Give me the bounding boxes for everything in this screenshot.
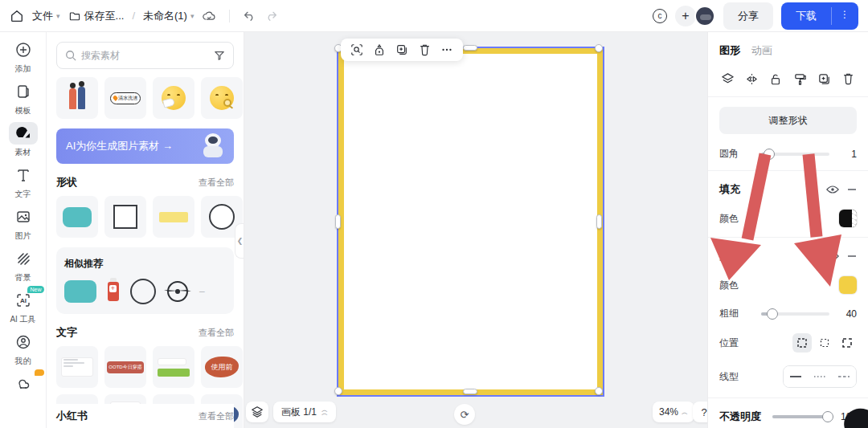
canvas-area[interactable]: 画板 1/1 ︿︿ ⟳ 34% ︿ ? bbox=[244, 32, 707, 428]
find-similar-button[interactable] bbox=[347, 41, 366, 59]
line-style-solid-button[interactable] bbox=[784, 366, 808, 387]
tab-animation[interactable]: 动画 bbox=[751, 43, 772, 58]
template-icon bbox=[15, 84, 31, 100]
handle-top-right[interactable] bbox=[595, 44, 603, 52]
panel-collapse-button[interactable]: ❮ bbox=[235, 223, 244, 259]
medicine-bottle-illustration[interactable] bbox=[108, 282, 119, 301]
duplicate-button[interactable] bbox=[817, 71, 833, 87]
shape-circle-outline[interactable] bbox=[130, 279, 156, 304]
adjust-shape-button[interactable]: 调整形状 bbox=[719, 107, 857, 134]
lock-button[interactable] bbox=[768, 71, 784, 87]
format-paint-button[interactable] bbox=[792, 71, 809, 87]
handle-bottom-center[interactable] bbox=[463, 389, 477, 394]
search-input[interactable] bbox=[81, 50, 209, 61]
asset-thumb-women[interactable] bbox=[56, 77, 98, 119]
layers-button[interactable] bbox=[246, 402, 268, 422]
corner-radius-slider[interactable] bbox=[761, 153, 829, 156]
more-options-button[interactable] bbox=[437, 41, 457, 59]
fill-color-swatch[interactable] bbox=[839, 210, 857, 227]
rotate-icon: ⟳ bbox=[461, 409, 469, 421]
asset-thumb-badge[interactable]: 清水洗洁 bbox=[104, 77, 146, 119]
download-button[interactable]: 下载 ⋮ bbox=[781, 2, 858, 30]
view-all-link[interactable]: 查看全部 bbox=[199, 327, 234, 339]
stroke-weight-slider[interactable] bbox=[761, 312, 829, 316]
rail-item-ai-tools[interactable]: AI New AI 工具 bbox=[9, 289, 38, 325]
opacity-slider[interactable] bbox=[772, 415, 829, 418]
handle-bottom-left[interactable] bbox=[334, 387, 342, 395]
rail-item-mine[interactable]: 我的 bbox=[9, 331, 38, 367]
shape-rounded-rect-teal[interactable] bbox=[56, 196, 98, 238]
view-all-link[interactable]: 查看全部 bbox=[199, 410, 234, 422]
invite-member-button[interactable]: + bbox=[675, 6, 696, 26]
undo-button[interactable] bbox=[243, 10, 256, 22]
rail-item-background[interactable]: 背景 bbox=[9, 247, 38, 283]
stroke-position-center-button[interactable] bbox=[815, 333, 834, 353]
stroke-color-swatch[interactable] bbox=[839, 276, 857, 294]
canvas-bottom-bar: 画板 1/1 ︿︿ ⟳ 34% ︿ ? bbox=[244, 402, 707, 424]
redo-icon bbox=[264, 10, 278, 22]
stroke-weight-label: 粗细 bbox=[719, 307, 755, 320]
zoom-control[interactable]: 34% ︿ bbox=[653, 402, 694, 422]
flip-button[interactable] bbox=[743, 71, 760, 87]
rotate-handle[interactable]: ⟳ bbox=[454, 404, 475, 425]
rail-item-add[interactable]: 添加 bbox=[9, 39, 38, 75]
layer-order-button[interactable] bbox=[719, 71, 735, 87]
copyright-icon[interactable]: c bbox=[653, 9, 667, 23]
ink-style-button[interactable] bbox=[370, 41, 389, 59]
line-style-dotted-button[interactable] bbox=[808, 366, 832, 387]
save-to-button[interactable]: 保存至... bbox=[68, 9, 125, 23]
stroke-position-inside-button[interactable] bbox=[792, 333, 812, 353]
file-menu[interactable]: 文件 ▾ bbox=[32, 9, 60, 23]
shape-square-outline[interactable] bbox=[104, 196, 146, 238]
ai-generate-banner[interactable]: AI为你生成图片素材 → bbox=[56, 128, 234, 164]
rail-item-templates[interactable]: 模板 bbox=[9, 80, 38, 116]
rail-item-images[interactable]: 图片 bbox=[9, 206, 38, 242]
stroke-position-outside-button[interactable] bbox=[837, 333, 857, 353]
crosshair-target-icon[interactable] bbox=[167, 281, 188, 302]
remove-icon[interactable] bbox=[847, 185, 857, 194]
cloud-sync-button[interactable] bbox=[202, 10, 216, 22]
delete-button[interactable] bbox=[841, 71, 857, 87]
shape-bar-yellow[interactable] bbox=[153, 196, 194, 238]
stroke-label: 描边 bbox=[719, 249, 755, 263]
handle-left-center[interactable] bbox=[335, 214, 341, 229]
duplicate-button[interactable] bbox=[392, 41, 411, 59]
download-more-icon[interactable]: ⋮ bbox=[832, 2, 858, 30]
handle-right-center[interactable] bbox=[596, 214, 602, 229]
redo-button[interactable] bbox=[264, 10, 278, 22]
tab-shape[interactable]: 图形 bbox=[719, 43, 740, 58]
text-style-labels[interactable] bbox=[153, 346, 194, 388]
eye-icon[interactable] bbox=[826, 185, 839, 194]
remove-icon[interactable] bbox=[847, 251, 857, 261]
eye-icon[interactable] bbox=[826, 251, 839, 261]
topbar: 文件 ▾ 保存至... / 未命名(1) ▾ c bbox=[0, 0, 868, 32]
share-button[interactable]: 分享 bbox=[723, 2, 773, 30]
asset-thumb-emoji-megaphone[interactable] bbox=[153, 77, 194, 119]
document-name[interactable]: 未命名(1) ▾ bbox=[143, 9, 194, 23]
search-box[interactable] bbox=[56, 42, 234, 69]
text-style-ootd[interactable]: OOTD今日穿搭 bbox=[104, 346, 146, 388]
view-all-link[interactable]: 查看全部 bbox=[199, 177, 234, 189]
ai-tools-icon: AI bbox=[15, 292, 31, 308]
text-style-before-cn[interactable]: 使用前 bbox=[201, 346, 243, 388]
text-style-card[interactable] bbox=[56, 346, 98, 388]
filter-icon[interactable] bbox=[214, 50, 225, 61]
rail-item-apps[interactable] bbox=[9, 373, 38, 395]
delete-button[interactable] bbox=[415, 41, 434, 59]
artboard[interactable] bbox=[338, 48, 603, 395]
board-selector[interactable]: 画板 1/1 ︿︿ bbox=[273, 402, 336, 422]
inspector-panel: 图形 动画 调整形状 圆角 bbox=[707, 32, 868, 428]
inspector-tabs: 图形 动画 bbox=[719, 43, 857, 58]
line-style-dashed-button[interactable] bbox=[832, 366, 856, 387]
handle-top-center[interactable] bbox=[463, 45, 477, 51]
stroke-position-row: 位置 bbox=[719, 333, 857, 353]
handle-bottom-right[interactable] bbox=[595, 387, 603, 395]
asset-thumb-emoji-magnifier[interactable] bbox=[201, 77, 243, 119]
stroke-color-row: 颜色 bbox=[719, 276, 857, 294]
rail-item-text[interactable]: 文字 bbox=[9, 164, 38, 200]
rail-item-elements[interactable]: 素材 bbox=[9, 122, 38, 158]
avatar[interactable] bbox=[694, 6, 715, 26]
home-button[interactable] bbox=[10, 9, 24, 23]
ink-bottle-icon bbox=[373, 43, 386, 56]
shape-rounded-rect-teal[interactable] bbox=[64, 280, 96, 303]
